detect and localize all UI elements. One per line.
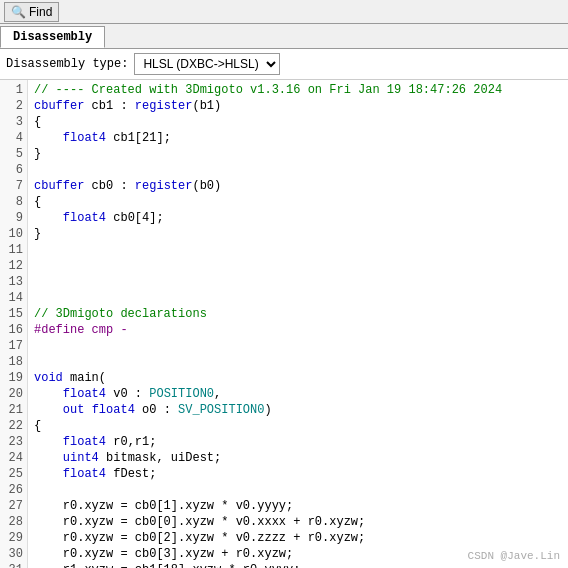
line-num: 24 [4,450,23,466]
code-line: r0.xyzw = cb0[1].xyzw * v0.yyyy; [34,498,562,514]
disassembly-type-select[interactable]: HLSL (DXBC->HLSL) ASM [134,53,280,75]
code-line: r0.xyzw = cb0[0].xyzw * v0.xxxx + r0.xyz… [34,514,562,530]
line-num: 1 [4,82,23,98]
code-line: float4 r0,r1; [34,434,562,450]
code-line: // 3Dmigoto declarations [34,306,562,322]
code-line: } [34,146,562,162]
line-num: 3 [4,114,23,130]
line-num: 31 [4,562,23,568]
line-num: 6 [4,162,23,178]
line-num: 11 [4,242,23,258]
find-icon: 🔍 [11,5,26,19]
line-num: 16 [4,322,23,338]
find-label: Find [29,5,52,19]
find-button[interactable]: 🔍 Find [4,2,59,22]
line-num: 5 [4,146,23,162]
line-num: 22 [4,418,23,434]
code-line [34,290,562,306]
code-line: cbuffer cb0 : register(b0) [34,178,562,194]
line-num: 17 [4,338,23,354]
code-line: #define cmp - [34,322,562,338]
line-num: 10 [4,226,23,242]
toolbar: 🔍 Find [0,0,568,24]
watermark: CSDN @Jave.Lin [468,550,560,562]
code-line: void main( [34,370,562,386]
line-num: 27 [4,498,23,514]
code-line [34,482,562,498]
line-num: 14 [4,290,23,306]
line-num: 13 [4,274,23,290]
tab-disassembly[interactable]: Disassembly [0,26,105,48]
code-line: // ---- Created with 3Dmigoto v1.3.16 on… [34,82,562,98]
code-line: } [34,226,562,242]
code-area: 1234567891011121314151617181920212223242… [0,80,568,568]
code-line: float4 fDest; [34,466,562,482]
type-bar-label: Disassembly type: [6,57,128,71]
code-line: out float4 o0 : SV_POSITION0) [34,402,562,418]
code-line: cbuffer cb1 : register(b1) [34,98,562,114]
type-bar: Disassembly type: HLSL (DXBC->HLSL) ASM [0,49,568,80]
code-line [34,242,562,258]
code-line [34,258,562,274]
code-line [34,274,562,290]
code-content: // ---- Created with 3Dmigoto v1.3.16 on… [28,80,568,568]
code-line: { [34,114,562,130]
code-line: float4 v0 : POSITION0, [34,386,562,402]
code-line: float4 cb1[21]; [34,130,562,146]
line-num: 18 [4,354,23,370]
line-num: 21 [4,402,23,418]
code-line: { [34,194,562,210]
code-line: r0.xyzw = cb0[2].xyzw * v0.zzzz + r0.xyz… [34,530,562,546]
code-line [34,338,562,354]
code-line: float4 cb0[4]; [34,210,562,226]
code-line: { [34,418,562,434]
line-num: 29 [4,530,23,546]
line-num: 8 [4,194,23,210]
code-line: r1.xyzw = cb1[18].xyzw * r0.yyyy; [34,562,562,568]
line-num: 9 [4,210,23,226]
code-line [34,162,562,178]
line-num: 4 [4,130,23,146]
line-num: 23 [4,434,23,450]
code-line: uint4 bitmask, uiDest; [34,450,562,466]
line-num: 2 [4,98,23,114]
line-num: 19 [4,370,23,386]
line-numbers: 1234567891011121314151617181920212223242… [0,80,28,568]
tab-bar: Disassembly [0,24,568,49]
line-num: 28 [4,514,23,530]
line-num: 15 [4,306,23,322]
line-num: 7 [4,178,23,194]
line-num: 26 [4,482,23,498]
line-num: 25 [4,466,23,482]
line-num: 20 [4,386,23,402]
code-line [34,354,562,370]
line-num: 30 [4,546,23,562]
line-num: 12 [4,258,23,274]
